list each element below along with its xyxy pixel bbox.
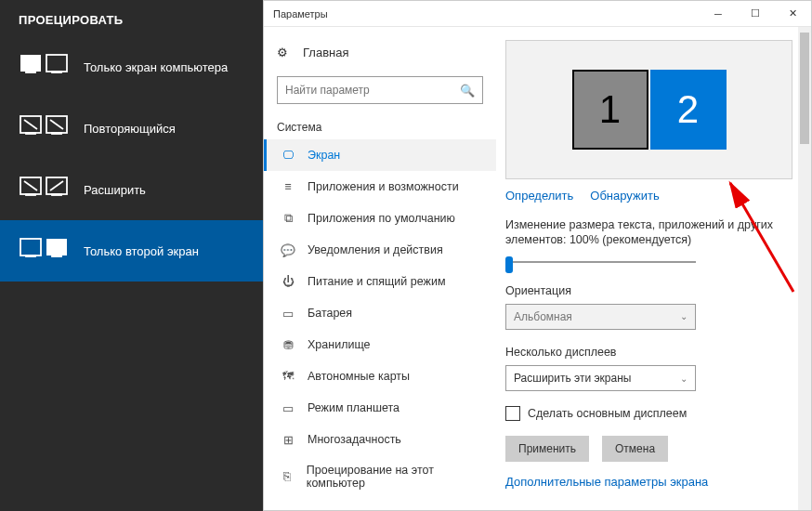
category-title: Система bbox=[264, 113, 496, 139]
display-preview[interactable]: 1 2 bbox=[505, 40, 792, 179]
advanced-display-link[interactable]: Дополнительные параметры экрана bbox=[505, 475, 708, 489]
project-option-extend[interactable]: Расширить bbox=[0, 159, 263, 220]
nav-label: Многозадачность bbox=[308, 433, 401, 446]
svg-rect-15 bbox=[52, 256, 61, 256]
nav-label: Уведомления и действия bbox=[308, 243, 443, 256]
display-2[interactable]: 2 bbox=[650, 70, 727, 150]
svg-rect-11 bbox=[52, 194, 61, 195]
svg-rect-1 bbox=[26, 72, 35, 72]
power-icon: ⏻ bbox=[280, 274, 296, 289]
project-title: ПРОЕЦИРОВАТЬ bbox=[0, 0, 263, 36]
search-icon: 🔍 bbox=[460, 84, 475, 98]
settings-sidebar: ⚙ Главная 🔍 Система 🖵Экран ≡Приложения и… bbox=[264, 27, 496, 510]
home-label: Главная bbox=[303, 46, 348, 59]
nav-label: Питание и спящий режим bbox=[308, 275, 445, 288]
display-settings-content: 1 2 Определить Обнаружить Изменение разм… bbox=[496, 27, 811, 510]
second-only-icon bbox=[19, 235, 71, 267]
detect-link[interactable]: Обнаружить bbox=[590, 189, 659, 203]
nav-label: Приложения и возможности bbox=[308, 180, 459, 193]
close-button[interactable]: ✕ bbox=[774, 1, 811, 27]
display-icon: 🖵 bbox=[280, 148, 296, 163]
orientation-value: Альбомная bbox=[514, 310, 572, 323]
pc-only-icon bbox=[19, 51, 71, 83]
multiple-displays-dropdown[interactable]: Расширить эти экраны ⌄ bbox=[505, 365, 696, 391]
nav-label: Батарея bbox=[308, 307, 352, 320]
notifications-icon: 💬 bbox=[280, 242, 296, 257]
label: Расширить bbox=[84, 183, 146, 197]
storage-icon: ⛃ bbox=[280, 337, 296, 352]
display-1[interactable]: 1 bbox=[572, 70, 648, 150]
minimize-button[interactable]: ─ bbox=[700, 1, 737, 27]
slider-thumb[interactable] bbox=[505, 256, 513, 273]
apps-icon: ≡ bbox=[280, 179, 296, 194]
chevron-down-icon: ⌄ bbox=[680, 373, 688, 384]
battery-icon: ▭ bbox=[280, 306, 296, 321]
nav-multitask[interactable]: ⊞Многозадачность bbox=[264, 424, 496, 455]
svg-rect-9 bbox=[26, 194, 35, 195]
home-link[interactable]: ⚙ Главная bbox=[264, 40, 496, 65]
orientation-label: Ориентация bbox=[505, 283, 792, 298]
make-main-label: Сделать основным дисплеем bbox=[528, 407, 687, 420]
nav-storage[interactable]: ⛃Хранилище bbox=[264, 329, 496, 360]
scale-slider[interactable] bbox=[505, 254, 696, 270]
project-option-second-only[interactable]: Только второй экран bbox=[0, 220, 263, 282]
svg-rect-5 bbox=[26, 133, 35, 134]
window-title: Параметры bbox=[264, 8, 700, 20]
multiple-displays-value: Расширить эти экраны bbox=[514, 372, 631, 385]
nav-tablet[interactable]: ▭Режим планшета bbox=[264, 392, 496, 424]
search-box[interactable]: 🔍 bbox=[277, 76, 483, 104]
project-list: Только экран компьютера Повторяющийся Ра… bbox=[0, 36, 263, 282]
cancel-button[interactable]: Отмена bbox=[602, 436, 668, 462]
checkbox[interactable] bbox=[505, 406, 520, 421]
nav-display[interactable]: 🖵Экран bbox=[264, 139, 496, 171]
svg-rect-0 bbox=[20, 55, 41, 72]
tablet-icon: ▭ bbox=[280, 400, 296, 415]
nav-projecting[interactable]: ⎘Проецирование на этот компьютер bbox=[264, 455, 496, 498]
svg-rect-7 bbox=[52, 133, 61, 134]
maps-icon: 🗺 bbox=[280, 369, 296, 384]
nav-label: Автономные карты bbox=[308, 370, 410, 383]
svg-rect-3 bbox=[52, 72, 61, 72]
svg-rect-13 bbox=[26, 256, 35, 256]
nav-maps[interactable]: 🗺Автономные карты bbox=[264, 360, 496, 392]
nav-default-apps[interactable]: ⧉Приложения по умолчанию bbox=[264, 203, 496, 234]
search-input[interactable] bbox=[285, 84, 460, 97]
multiple-displays-label: Несколько дисплеев bbox=[505, 345, 792, 360]
orientation-dropdown[interactable]: Альбомная ⌄ bbox=[505, 304, 696, 330]
nav-label: Приложения по умолчанию bbox=[308, 212, 455, 225]
projecting-icon: ⎘ bbox=[280, 469, 295, 484]
duplicate-icon bbox=[19, 112, 71, 144]
identify-link[interactable]: Определить bbox=[505, 189, 573, 203]
maximize-button[interactable]: ☐ bbox=[737, 1, 774, 27]
nav-battery[interactable]: ▭Батарея bbox=[264, 297, 496, 329]
default-apps-icon: ⧉ bbox=[280, 211, 296, 226]
svg-rect-14 bbox=[46, 239, 67, 256]
project-panel: ПРОЕЦИРОВАТЬ Только экран компьютера Пов… bbox=[0, 0, 263, 511]
svg-rect-12 bbox=[20, 239, 41, 256]
nav-label: Хранилище bbox=[308, 338, 371, 351]
nav: 🖵Экран ≡Приложения и возможности ⧉Прилож… bbox=[264, 139, 496, 498]
extend-icon bbox=[19, 174, 71, 205]
slider-track bbox=[505, 261, 696, 263]
scale-label: Изменение размера текста, приложений и д… bbox=[505, 217, 792, 248]
nav-label: Режим планшета bbox=[308, 401, 399, 414]
svg-rect-2 bbox=[46, 55, 67, 72]
gear-icon: ⚙ bbox=[277, 46, 294, 59]
apply-button[interactable]: Применить bbox=[505, 436, 589, 462]
label: Только экран компьютера bbox=[84, 60, 228, 74]
project-option-duplicate[interactable]: Повторяющийся bbox=[0, 98, 263, 159]
nav-label: Экран bbox=[308, 149, 340, 162]
label: Повторяющийся bbox=[84, 122, 176, 136]
nav-power[interactable]: ⏻Питание и спящий режим bbox=[264, 266, 496, 297]
nav-label: Проецирование на этот компьютер bbox=[307, 464, 483, 490]
chevron-down-icon: ⌄ bbox=[680, 311, 688, 321]
nav-apps[interactable]: ≡Приложения и возможности bbox=[264, 171, 496, 203]
multitask-icon: ⊞ bbox=[280, 432, 296, 447]
titlebar: Параметры ─ ☐ ✕ bbox=[264, 1, 811, 27]
project-option-pc-only[interactable]: Только экран компьютера bbox=[0, 36, 263, 98]
nav-notifications[interactable]: 💬Уведомления и действия bbox=[264, 234, 496, 266]
settings-window: Параметры ─ ☐ ✕ ⚙ Главная 🔍 Система 🖵Экр bbox=[263, 0, 812, 511]
make-main-checkbox-row[interactable]: Сделать основным дисплеем bbox=[505, 406, 792, 421]
label: Только второй экран bbox=[84, 244, 199, 258]
